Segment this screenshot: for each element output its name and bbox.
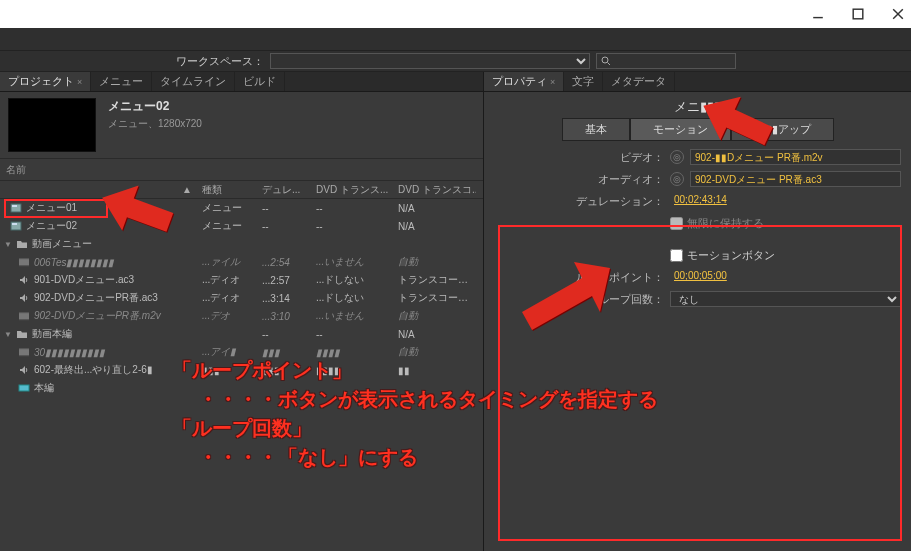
cell-dvd1: -- (312, 203, 394, 214)
close-icon[interactable]: × (550, 77, 555, 87)
cell-type: ...デオ (198, 309, 258, 323)
loop-count-select[interactable]: なし (670, 291, 901, 307)
tab-text[interactable]: 文字 (564, 72, 603, 91)
item-name: 動画本編 (32, 327, 72, 341)
tree-row[interactable]: ▼動画メニュー (0, 235, 483, 253)
col-dvd-transcode-2[interactable]: DVD トランスコ... (394, 183, 476, 197)
sort-icon[interactable]: ▲ (182, 184, 192, 195)
pickwhip-icon[interactable]: ◎ (670, 172, 684, 186)
hold-forever-checkbox[interactable]: 無限に保持する (670, 216, 764, 231)
disclosure-icon[interactable]: ▼ (4, 330, 12, 339)
svg-rect-9 (12, 223, 17, 225)
menu-icon (10, 202, 22, 214)
minimize-icon[interactable] (811, 7, 825, 21)
audio-value[interactable]: 902-DVDメニュー PR番.ac3 (690, 171, 901, 187)
folder-icon (16, 328, 28, 340)
duration-label: デュレーション： (484, 194, 664, 209)
col-duration[interactable]: デュレ... (258, 183, 312, 197)
preview-thumbnail[interactable] (8, 98, 96, 152)
video-icon (18, 310, 30, 322)
tree-row[interactable]: 902-DVDメニューPR番.ac3...ディオ...3:14...ドしないトラ… (0, 289, 483, 307)
subtab-motion[interactable]: モーション (630, 118, 731, 141)
svg-rect-1 (853, 9, 863, 19)
item-name: 006Tes▮▮▮▮▮▮▮▮ (34, 257, 114, 268)
tab-properties[interactable]: プロパティ× (484, 72, 564, 91)
disclosure-icon[interactable]: ▼ (4, 240, 12, 249)
audio-icon (18, 292, 30, 304)
cell-dur: ...2:54 (258, 257, 312, 268)
menubar (0, 28, 911, 50)
item-name: 動画メニュー (32, 237, 92, 251)
maximize-icon[interactable] (851, 7, 865, 21)
cell-type: ▮▮▮ (198, 365, 258, 376)
video-value[interactable]: 902-▮▮Dメニュー PR番.m2v (690, 149, 901, 165)
cell-dvd1: -- (312, 329, 394, 340)
tree-row[interactable]: メニュー02メニュー----N/A (0, 217, 483, 235)
item-name: 901-DVDメニュー.ac3 (34, 273, 134, 287)
cell-dvd2: N/A (394, 203, 476, 214)
subtab-popup[interactable]: ▮▮▮▮アップ (731, 118, 834, 141)
folder-icon (16, 238, 28, 250)
cell-type: ...ディオ (198, 273, 258, 287)
tab-menu[interactable]: メニュー (91, 72, 152, 91)
duration-value[interactable]: 00;02;43;14 (670, 193, 901, 209)
search-input[interactable] (596, 53, 736, 69)
tree-row[interactable]: 30▮▮▮▮▮▮▮▮▮▮...アイ▮▮▮▮▮▮▮▮自動 (0, 343, 483, 361)
cell-dvd2: 自動 (394, 309, 476, 323)
tree-row[interactable]: 901-DVDメニュー.ac3...ディオ...2:57...ドしないトランスコ… (0, 271, 483, 289)
cell-dvd1: ▮▮▮▮ (312, 347, 394, 358)
tab-metadata[interactable]: メタデータ (603, 72, 675, 91)
cell-dvd2: トランスコード... (394, 273, 476, 287)
audio-icon (18, 274, 30, 286)
workspace-label: ワークスペース： (176, 54, 264, 69)
tab-project[interactable]: プロジェクト× (0, 72, 91, 91)
loop-count-label: ループ回数： (484, 292, 664, 307)
svg-rect-17 (19, 348, 29, 349)
tab-timeline[interactable]: タイムライン (152, 72, 235, 91)
col-type[interactable]: 種類 (198, 183, 258, 197)
video-label: ビデオ： (484, 150, 664, 165)
video-icon (18, 346, 30, 358)
item-name: 30▮▮▮▮▮▮▮▮▮▮ (34, 347, 105, 358)
properties-subtabs: 基本 モーション ▮▮▮▮アップ (484, 118, 911, 147)
selection-subtitle: メニュー、1280x720 (108, 117, 202, 131)
loop-point-value[interactable]: 00;00;05;00 (670, 269, 901, 285)
cell-dvd1: ...いません (312, 309, 394, 323)
svg-rect-7 (12, 205, 17, 207)
audio-icon (18, 364, 30, 376)
svg-rect-10 (19, 259, 29, 265)
tree-row[interactable]: メニュー01メニュー----N/A (0, 199, 483, 217)
preview-row: メニュー02 メニュー、1280x720 (0, 92, 483, 159)
cell-type: ...ディオ (198, 291, 258, 305)
left-tabbar: プロジェクト× メニュー タイムライン ビルド (0, 72, 483, 92)
pickwhip-icon[interactable]: ◎ (670, 150, 684, 164)
item-name: メニュー01 (26, 201, 77, 215)
motion-button-checkbox[interactable]: モーションボタン (670, 248, 775, 263)
tree-row[interactable]: 006Tes▮▮▮▮▮▮▮▮...ァイル...2:54...いません自動 (0, 253, 483, 271)
tree-row[interactable]: 本編 (0, 379, 483, 397)
item-name: 本編 (34, 381, 54, 395)
cell-dvd1: ...ドしない (312, 291, 394, 305)
tab-build[interactable]: ビルド (235, 72, 285, 91)
cell-dur: -- (258, 221, 312, 232)
tree-row[interactable]: ▼動画本編----N/A (0, 325, 483, 343)
svg-rect-11 (19, 258, 29, 259)
subtab-basic[interactable]: 基本 (562, 118, 630, 141)
cell-dvd2: 自動 (394, 345, 476, 359)
tl-icon (18, 382, 30, 394)
item-name: 602-最終出...やり直し2-6▮ (34, 363, 153, 377)
close-icon[interactable]: × (77, 77, 82, 87)
col-dvd-transcode-1[interactable]: DVD トランス... (312, 183, 394, 197)
tree-row[interactable]: 602-最終出...やり直し2-6▮▮▮▮▮▮▮▮▮▮▮▮▮ (0, 361, 483, 379)
cell-type: メニュー (198, 201, 258, 215)
cell-dvd2: ▮▮ (394, 365, 476, 376)
svg-rect-15 (19, 319, 29, 320)
cell-dur: ...3:10 (258, 311, 312, 322)
right-tabbar: プロパティ× 文字 メタデータ (484, 72, 911, 92)
cell-dur: ...3:14 (258, 293, 312, 304)
search-icon (601, 56, 611, 66)
tree-row[interactable]: 902-DVDメニューPR番.m2v...デオ...3:10...いません自動 (0, 307, 483, 325)
workspace-select[interactable] (270, 53, 590, 69)
project-tree[interactable]: メニュー01メニュー----N/Aメニュー02メニュー----N/A▼動画メニュ… (0, 199, 483, 397)
close-icon[interactable] (891, 7, 905, 21)
